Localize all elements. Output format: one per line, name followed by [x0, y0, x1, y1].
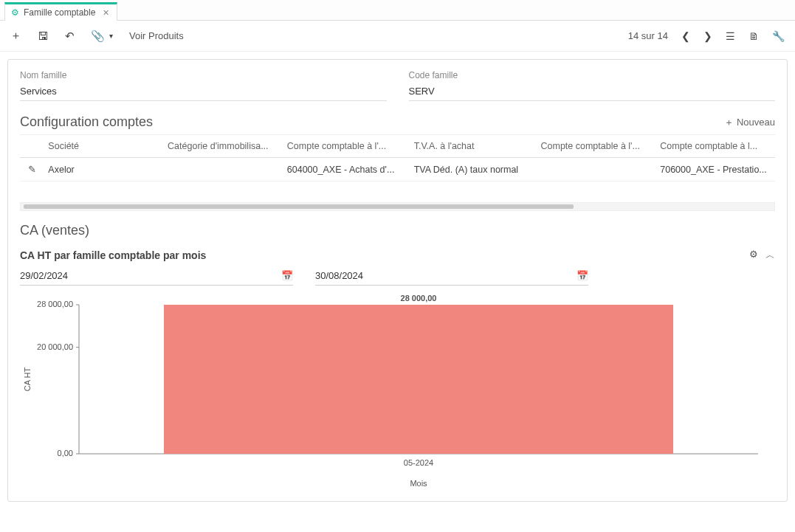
svg-text:CA HT: CA HT: [23, 367, 32, 392]
chart-settings-icon[interactable]: ⚙: [749, 249, 758, 262]
code-famille-input[interactable]: SERV: [409, 83, 776, 101]
calendar-icon[interactable]: 📅: [577, 270, 588, 281]
svg-text:05-2024: 05-2024: [404, 458, 433, 467]
bar-chart: 0,0020 000,0028 000,0028 000,0005-2024Mo…: [20, 291, 773, 491]
tab-title: Famille comptable: [24, 7, 95, 18]
svg-rect-8: [164, 305, 673, 454]
attachment-dropdown-icon[interactable]: ▾: [109, 32, 113, 40]
prev-icon[interactable]: ❮: [681, 30, 690, 42]
document-icon[interactable]: 🗎: [748, 30, 759, 42]
cell-tva-achat: TVA Déd. (A) taux normal: [410, 158, 537, 182]
close-icon[interactable]: ✕: [103, 8, 109, 18]
plus-icon: ＋: [724, 116, 734, 129]
svg-text:28 000,00: 28 000,00: [401, 294, 437, 303]
svg-text:28 000,00: 28 000,00: [37, 300, 73, 308]
code-famille-label: Code famille: [409, 70, 776, 80]
col-compte-achat[interactable]: Compte comptable à l'...: [283, 135, 410, 158]
col-tva-achat[interactable]: T.V.A. à l'achat: [410, 135, 537, 158]
date-from-value: 29/02/2024: [20, 270, 68, 281]
horizontal-scrollbar[interactable]: [20, 202, 775, 211]
cell-categorie: [163, 158, 283, 182]
edit-icon[interactable]: ✎: [28, 165, 36, 175]
add-icon[interactable]: ＋: [10, 29, 21, 43]
nom-famille-label: Nom famille: [20, 70, 387, 80]
save-icon[interactable]: 🖫: [38, 30, 49, 42]
col-compte-vente[interactable]: Compte comptable à l...: [655, 135, 775, 158]
chart-area: 0,0020 000,0028 000,0028 000,0005-2024Mo…: [20, 291, 775, 491]
table-row[interactable]: ✎ Axelor 604000_AXE - Achats d'... TVA D…: [20, 158, 775, 182]
wrench-icon[interactable]: 🔧: [772, 30, 785, 42]
gear-icon: ⚙: [11, 7, 19, 18]
list-view-icon[interactable]: ☰: [726, 30, 735, 42]
cell-compte-achat: 604000_AXE - Achats d'...: [283, 158, 410, 182]
chart-title: CA HT par famille comptable par mois: [20, 249, 206, 261]
scrollbar-thumb[interactable]: [24, 204, 574, 209]
chart-collapse-icon[interactable]: ︿: [765, 249, 775, 262]
svg-text:0,00: 0,00: [58, 449, 73, 457]
col-societe[interactable]: Société: [44, 135, 163, 158]
svg-text:20 000,00: 20 000,00: [37, 342, 73, 351]
undo-icon[interactable]: ↶: [65, 30, 75, 43]
date-to-input[interactable]: 30/08/2024 📅: [315, 268, 588, 286]
config-table: Société Catégorie d'immobilisa... Compte…: [20, 134, 775, 182]
new-button[interactable]: ＋ Nouveau: [724, 116, 775, 129]
cell-compte-vente: 706000_AXE - Prestatio...: [655, 158, 775, 182]
pager-text: 14 sur 14: [628, 30, 668, 41]
ca-ventes-title: CA (ventes): [20, 223, 775, 238]
date-to-value: 30/08/2024: [315, 270, 363, 281]
col-categorie[interactable]: Catégorie d'immobilisa...: [163, 135, 283, 158]
config-comptes-title: Configuration comptes: [20, 114, 153, 130]
col-compte-achat2[interactable]: Compte comptable à l'...: [537, 135, 656, 158]
nom-famille-input[interactable]: Services: [20, 83, 387, 101]
svg-text:Mois: Mois: [410, 479, 427, 488]
calendar-icon[interactable]: 📅: [281, 270, 293, 281]
attachment-icon[interactable]: 📎: [91, 30, 105, 43]
tab-famille-comptable[interactable]: ⚙ Famille comptable ✕: [4, 2, 117, 21]
next-icon[interactable]: ❯: [703, 30, 712, 42]
voir-produits-link[interactable]: Voir Produits: [129, 30, 184, 41]
new-label: Nouveau: [737, 117, 775, 128]
cell-compte-achat2: [537, 158, 656, 182]
date-from-input[interactable]: 29/02/2024 📅: [20, 268, 293, 286]
cell-societe: Axelor: [44, 158, 163, 182]
